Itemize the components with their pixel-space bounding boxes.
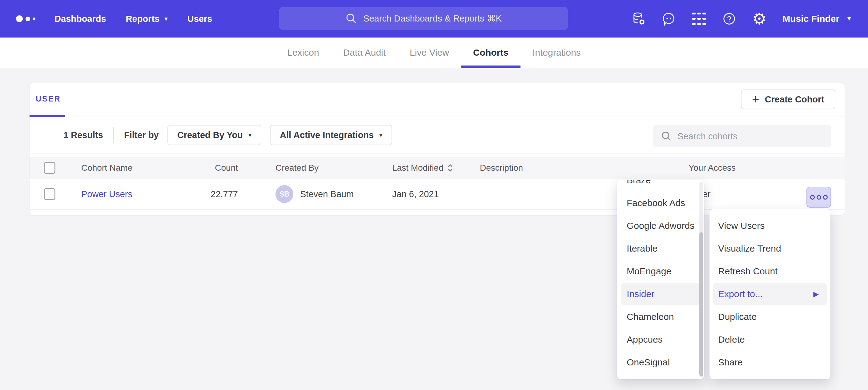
integrations-dropdown[interactable]: All Active Integrations ▾ — [270, 125, 392, 145]
logo-dot — [16, 15, 23, 22]
results-count: 1 Results — [63, 130, 103, 140]
cohort-type-tabs: USER + Create Cohort — [30, 83, 845, 117]
row-context-menu: View Users Visualize Trend Refresh Count… — [710, 209, 831, 379]
svg-text:?: ? — [727, 15, 731, 23]
create-cohort-button[interactable]: + Create Cohort — [741, 90, 835, 109]
menu-item-chameleon[interactable]: Chameleon — [617, 305, 704, 328]
logo-dot — [33, 18, 35, 20]
tab-live-view[interactable]: Live View — [398, 37, 461, 68]
search-icon — [345, 12, 357, 24]
col-count[interactable]: Count — [168, 157, 238, 179]
menu-item-export-to[interactable]: Export to... ▶ — [713, 283, 827, 305]
tab-data-audit[interactable]: Data Audit — [331, 37, 398, 68]
menu-item-insider[interactable]: Insider — [621, 283, 700, 305]
col-your-access[interactable]: Your Access — [688, 157, 736, 179]
data-management-icon[interactable] — [631, 12, 646, 26]
menu-item-onesignal[interactable]: OneSignal — [617, 351, 704, 374]
chevron-down-icon: ▼ — [846, 15, 852, 22]
search-icon — [661, 131, 672, 142]
col-last-modified[interactable]: Last Modified — [392, 157, 454, 179]
global-search[interactable]: Search Dashboards & Reports ⌘K — [279, 7, 568, 30]
menu-item-iterable[interactable]: Iterable — [617, 237, 704, 260]
chevron-down-icon: ▾ — [248, 131, 251, 139]
global-search-placeholder: Search Dashboards & Reports ⌘K — [363, 13, 502, 24]
tab-lexicon[interactable]: Lexicon — [275, 37, 331, 68]
menu-item-braze[interactable]: Braze — [617, 180, 704, 192]
nav-reports[interactable]: Reports▾ — [126, 14, 168, 24]
cohort-search-input[interactable] — [678, 131, 831, 141]
tab-integrations[interactable]: Integrations — [521, 37, 593, 68]
chevron-down-icon: ▾ — [164, 15, 168, 23]
created-by-dropdown-value: Created By You — [177, 130, 243, 140]
sort-up-down-icon[interactable] — [447, 163, 454, 172]
top-nav: Dashboards Reports▾ Users Search Dashboa… — [0, 0, 868, 37]
chevron-right-icon: ▶ — [813, 290, 819, 298]
nav-right-cluster: ? ⚙ Music Finder ▼ — [631, 0, 868, 37]
scrollbar-thumb[interactable] — [699, 232, 703, 376]
row-actions-button[interactable] — [806, 187, 831, 207]
mixpanel-logo-icon[interactable] — [16, 15, 35, 22]
menu-item-moengage[interactable]: MoEngage — [617, 260, 704, 283]
create-cohort-label: Create Cohort — [765, 94, 824, 105]
filter-by-label: Filter by — [124, 130, 159, 140]
cohort-count: 22,777 — [168, 179, 238, 209]
feedback-bubble-icon[interactable] — [662, 12, 676, 26]
col-cohort-name[interactable]: Cohort Name — [81, 157, 133, 179]
tab-user-cohorts[interactable]: USER — [36, 94, 61, 103]
table-header: Cohort Name Count Created By Last Modifi… — [30, 157, 845, 179]
section-tabs: Lexicon Data Audit Live View Cohorts Int… — [0, 37, 868, 68]
project-name: Music Finder — [782, 13, 839, 24]
chevron-down-icon: ▾ — [379, 131, 382, 139]
menu-item-facebook-ads[interactable]: Facebook Ads — [617, 192, 704, 215]
divider — [113, 127, 114, 143]
tab-cohorts[interactable]: Cohorts — [461, 37, 521, 68]
col-created-by[interactable]: Created By — [276, 157, 318, 179]
menu-item-share[interactable]: Share — [710, 351, 831, 374]
col-description[interactable]: Description — [480, 157, 523, 179]
last-modified-date: Jan 6, 2021 — [392, 179, 439, 209]
export-destinations-menu: Braze Facebook Ads Google Adwords Iterab… — [617, 180, 704, 379]
cohorts-card: USER + Create Cohort 1 Results Filter by… — [29, 83, 845, 215]
logo-dot — [26, 17, 30, 21]
plus-icon: + — [752, 93, 759, 105]
ellipsis-circle — [823, 195, 828, 200]
primary-nav: Dashboards Reports▾ Users — [55, 14, 232, 24]
active-tab-underline — [30, 115, 65, 117]
filter-bar: 1 Results Filter by Created By You ▾ All… — [30, 117, 845, 154]
integrations-dropdown-value: All Active Integrations — [280, 130, 374, 140]
menu-item-visualize-trend[interactable]: Visualize Trend — [710, 237, 831, 260]
nav-users[interactable]: Users — [187, 14, 212, 24]
menu-item-google-adwords[interactable]: Google Adwords — [617, 215, 704, 237]
menu-item-appcues[interactable]: Appcues — [617, 328, 704, 351]
ellipsis-circle — [816, 195, 821, 200]
col-last-modified-label: Last Modified — [392, 157, 443, 179]
help-icon[interactable]: ? — [722, 12, 736, 26]
nav-dashboards[interactable]: Dashboards — [55, 14, 106, 24]
nav-reports-label: Reports — [126, 14, 160, 24]
cohort-search-box — [653, 125, 831, 147]
settings-gear-icon[interactable]: ⚙ — [752, 12, 767, 26]
export-to-label: Export to... — [718, 289, 763, 299]
apps-grid-icon[interactable] — [692, 12, 706, 26]
table-row: Power Users 22,777 SB Steven Baum Jan 6,… — [30, 179, 845, 210]
created-by-dropdown[interactable]: Created By You ▾ — [167, 125, 261, 145]
project-switcher[interactable]: Music Finder ▼ — [782, 13, 852, 24]
cohorts-page: Dashboards Reports▾ Users Search Dashboa… — [0, 0, 868, 390]
ellipsis-circle — [810, 195, 815, 200]
menu-item-view-users[interactable]: View Users — [710, 215, 831, 237]
avatar: SB — [276, 185, 293, 203]
row-checkbox[interactable] — [44, 188, 55, 200]
select-all-checkbox[interactable] — [44, 162, 55, 174]
created-by-name: Steven Baum — [300, 179, 354, 209]
menu-item-duplicate[interactable]: Duplicate — [710, 305, 831, 328]
cohort-name-link[interactable]: Power Users — [81, 179, 132, 209]
menu-item-delete[interactable]: Delete — [710, 328, 831, 351]
menu-item-refresh-count[interactable]: Refresh Count — [710, 260, 831, 283]
